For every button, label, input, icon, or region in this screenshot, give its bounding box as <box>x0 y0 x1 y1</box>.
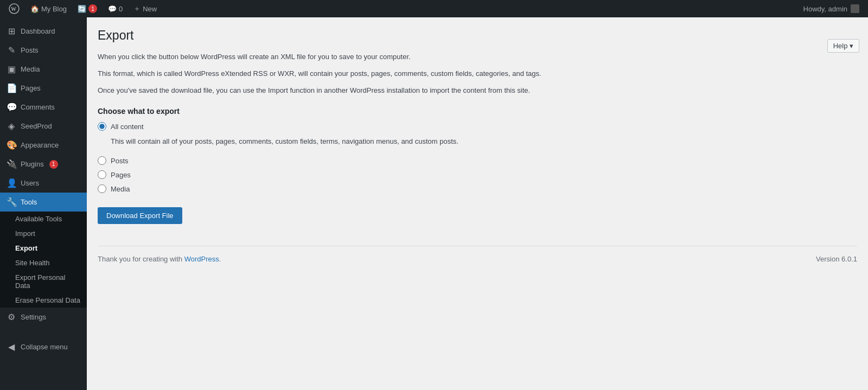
radio-media[interactable] <box>98 184 106 193</box>
sidebar-item-plugins[interactable]: 🔌 Plugins 1 <box>0 155 87 174</box>
footer-thanks-text: Thank you for creating with <box>98 255 182 263</box>
help-button[interactable]: Help ▾ <box>827 39 859 53</box>
admin-bar: W 🏠 My Blog 🔄 1 💬 0 ＋ New Howdy, admin <box>0 0 868 17</box>
sidebar-label-settings: Settings <box>21 313 46 321</box>
collapse-menu-button[interactable]: ◀ Collapse menu <box>0 337 87 356</box>
submenu-import[interactable]: Import <box>0 226 87 241</box>
sidebar-label-posts: Posts <box>21 46 39 54</box>
description-2: This format, which is called WordPress e… <box>98 68 586 80</box>
sidebar-label-appearance: Appearance <box>21 141 59 149</box>
sidebar-label-plugins: Plugins <box>21 160 44 168</box>
page-title: Export <box>98 28 857 43</box>
comments-button[interactable]: 💬 0 <box>104 0 127 17</box>
users-icon: 👤 <box>7 178 16 188</box>
radio-posts-label[interactable]: Posts <box>111 157 129 165</box>
pages-icon: 📄 <box>7 83 16 93</box>
dashboard-icon: ⊞ <box>7 26 16 36</box>
sidebar-item-appearance[interactable]: 🎨 Appearance <box>0 136 87 155</box>
updates-icon: 🔄 <box>78 5 86 13</box>
main-content: Help ▾ Export When you click the button … <box>87 17 868 390</box>
posts-icon: ✎ <box>7 45 16 55</box>
sidebar-item-comments[interactable]: 💬 Comments <box>0 98 87 117</box>
footer-wordpress-link[interactable]: WordPress <box>184 255 219 263</box>
new-content-button[interactable]: ＋ New <box>129 0 161 17</box>
radio-all-content-label[interactable]: All content <box>111 123 144 131</box>
avatar <box>851 4 859 13</box>
tools-submenu: Available Tools Import Export Site Healt… <box>0 212 87 308</box>
description-3: Once you've saved the download file, you… <box>98 85 586 97</box>
sidebar-label-dashboard: Dashboard <box>21 27 55 35</box>
radio-posts[interactable] <box>98 156 106 165</box>
radio-all-content[interactable] <box>98 122 106 131</box>
radio-media-label[interactable]: Media <box>111 185 130 193</box>
sidebar: ⊞ Dashboard ✎ Posts ▣ Media 📄 Pages 💬 Co… <box>0 17 87 390</box>
plugins-badge: 1 <box>49 160 58 169</box>
updates-button[interactable]: 🔄 1 <box>73 0 101 17</box>
sidebar-item-dashboard[interactable]: ⊞ Dashboard <box>0 22 87 41</box>
sidebar-label-users: Users <box>21 179 39 187</box>
sidebar-label-comments: Comments <box>21 103 55 111</box>
footer-thanks: Thank you for creating with WordPress. <box>98 255 221 263</box>
radio-pages-option: Pages <box>98 170 857 179</box>
footer-version: Version 6.0.1 <box>816 255 857 263</box>
sidebar-label-tools: Tools <box>21 198 37 206</box>
submenu-available-tools[interactable]: Available Tools <box>0 212 87 226</box>
radio-all-content-option: All content <box>98 122 857 131</box>
submenu-erase-personal-data[interactable]: Erase Personal Data <box>0 293 87 308</box>
sidebar-item-posts[interactable]: ✎ Posts <box>0 41 87 60</box>
tools-icon: 🔧 <box>7 197 16 207</box>
plugins-icon: 🔌 <box>7 159 16 169</box>
submenu-export-personal-data[interactable]: Export Personal Data <box>0 270 87 293</box>
sidebar-item-pages[interactable]: 📄 Pages <box>0 79 87 98</box>
sidebar-item-users[interactable]: 👤 Users <box>0 174 87 193</box>
howdy-text: Howdy, admin <box>803 5 847 13</box>
radio-media-option: Media <box>98 184 857 193</box>
sidebar-item-settings[interactable]: ⚙ Settings <box>0 308 87 327</box>
sidebar-item-tools[interactable]: 🔧 Tools <box>0 193 87 212</box>
sidebar-item-seedprod[interactable]: ◈ SeedProd <box>0 117 87 136</box>
comments-nav-icon: 💬 <box>7 102 16 112</box>
collapse-icon: ◀ <box>7 342 16 352</box>
description-1: When you click the button below WordPres… <box>98 52 586 63</box>
svg-text:W: W <box>11 6 16 12</box>
footer: Thank you for creating with WordPress. V… <box>98 246 857 263</box>
plus-icon: ＋ <box>133 4 141 14</box>
howdy-section[interactable]: Howdy, admin <box>799 4 864 13</box>
updates-count: 1 <box>88 4 97 13</box>
appearance-icon: 🎨 <box>7 140 16 150</box>
settings-icon: ⚙ <box>7 312 16 322</box>
wp-logo-button[interactable]: W <box>4 0 24 17</box>
download-export-button[interactable]: Download Export File <box>98 207 182 224</box>
home-icon: 🏠 <box>30 5 39 13</box>
sidebar-item-media[interactable]: ▣ Media <box>0 60 87 79</box>
new-label: New <box>143 5 157 13</box>
comments-icon: 💬 <box>108 5 117 13</box>
sidebar-label-seedprod: SeedProd <box>21 122 52 130</box>
radio-pages-label[interactable]: Pages <box>111 171 131 179</box>
site-name-button[interactable]: 🏠 My Blog <box>26 0 71 17</box>
submenu-site-health[interactable]: Site Health <box>0 255 87 270</box>
section-heading: Choose what to export <box>98 107 857 116</box>
submenu-export[interactable]: Export <box>0 241 87 255</box>
sidebar-label-media: Media <box>21 65 40 73</box>
radio-posts-option: Posts <box>98 156 857 165</box>
all-content-description: This will contain all of your posts, pag… <box>111 136 857 148</box>
comments-count: 0 <box>119 5 123 13</box>
sidebar-label-pages: Pages <box>21 84 41 92</box>
collapse-label: Collapse menu <box>21 343 68 351</box>
seedprod-icon: ◈ <box>7 121 16 131</box>
radio-pages[interactable] <box>98 170 106 179</box>
media-icon: ▣ <box>7 64 16 74</box>
site-name-label: My Blog <box>41 5 67 13</box>
